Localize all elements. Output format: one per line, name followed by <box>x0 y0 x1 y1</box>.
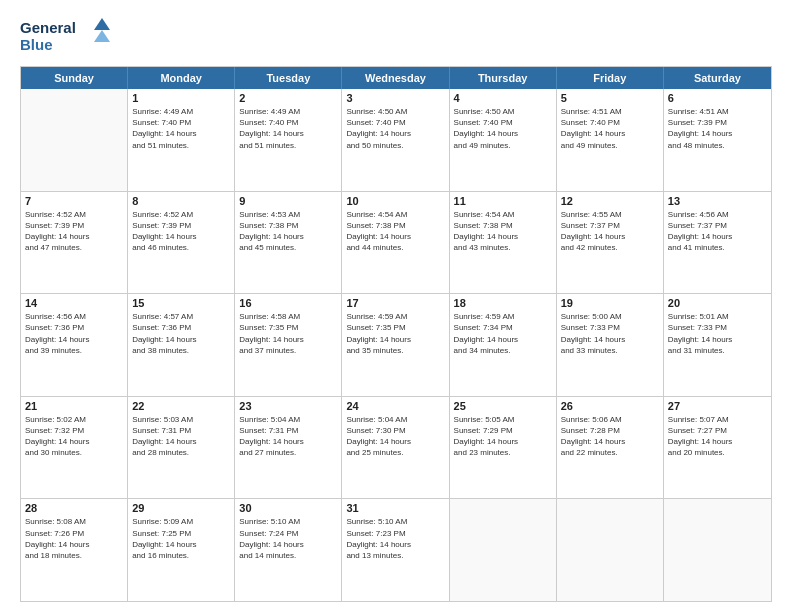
day-number: 25 <box>454 400 552 412</box>
day-number: 20 <box>668 297 767 309</box>
day-number: 30 <box>239 502 337 514</box>
calendar-cell: 17Sunrise: 4:59 AM Sunset: 7:35 PM Dayli… <box>342 294 449 396</box>
calendar-cell: 5Sunrise: 4:51 AM Sunset: 7:40 PM Daylig… <box>557 89 664 191</box>
day-info: Sunrise: 4:52 AM Sunset: 7:39 PM Dayligh… <box>25 209 123 254</box>
calendar-cell <box>450 499 557 601</box>
calendar-body: 1Sunrise: 4:49 AM Sunset: 7:40 PM Daylig… <box>21 89 771 601</box>
svg-text:General: General <box>20 19 76 36</box>
calendar-header-tuesday: Tuesday <box>235 67 342 89</box>
calendar-week-1: 1Sunrise: 4:49 AM Sunset: 7:40 PM Daylig… <box>21 89 771 191</box>
day-number: 2 <box>239 92 337 104</box>
calendar-cell: 26Sunrise: 5:06 AM Sunset: 7:28 PM Dayli… <box>557 397 664 499</box>
calendar-cell: 30Sunrise: 5:10 AM Sunset: 7:24 PM Dayli… <box>235 499 342 601</box>
day-number: 26 <box>561 400 659 412</box>
day-info: Sunrise: 5:03 AM Sunset: 7:31 PM Dayligh… <box>132 414 230 459</box>
day-info: Sunrise: 5:10 AM Sunset: 7:23 PM Dayligh… <box>346 516 444 561</box>
day-number: 14 <box>25 297 123 309</box>
calendar-cell: 3Sunrise: 4:50 AM Sunset: 7:40 PM Daylig… <box>342 89 449 191</box>
calendar-cell: 12Sunrise: 4:55 AM Sunset: 7:37 PM Dayli… <box>557 192 664 294</box>
day-info: Sunrise: 5:04 AM Sunset: 7:31 PM Dayligh… <box>239 414 337 459</box>
day-number: 16 <box>239 297 337 309</box>
calendar-cell: 16Sunrise: 4:58 AM Sunset: 7:35 PM Dayli… <box>235 294 342 396</box>
day-number: 7 <box>25 195 123 207</box>
day-number: 15 <box>132 297 230 309</box>
calendar-cell: 22Sunrise: 5:03 AM Sunset: 7:31 PM Dayli… <box>128 397 235 499</box>
day-info: Sunrise: 5:02 AM Sunset: 7:32 PM Dayligh… <box>25 414 123 459</box>
day-info: Sunrise: 4:59 AM Sunset: 7:34 PM Dayligh… <box>454 311 552 356</box>
day-number: 29 <box>132 502 230 514</box>
calendar-header-saturday: Saturday <box>664 67 771 89</box>
day-number: 8 <box>132 195 230 207</box>
day-info: Sunrise: 5:06 AM Sunset: 7:28 PM Dayligh… <box>561 414 659 459</box>
day-number: 5 <box>561 92 659 104</box>
day-number: 22 <box>132 400 230 412</box>
calendar-cell: 4Sunrise: 4:50 AM Sunset: 7:40 PM Daylig… <box>450 89 557 191</box>
day-info: Sunrise: 5:07 AM Sunset: 7:27 PM Dayligh… <box>668 414 767 459</box>
day-info: Sunrise: 5:04 AM Sunset: 7:30 PM Dayligh… <box>346 414 444 459</box>
day-info: Sunrise: 5:00 AM Sunset: 7:33 PM Dayligh… <box>561 311 659 356</box>
calendar-header-row: SundayMondayTuesdayWednesdayThursdayFrid… <box>21 67 771 89</box>
calendar-cell <box>557 499 664 601</box>
calendar-cell: 9Sunrise: 4:53 AM Sunset: 7:38 PM Daylig… <box>235 192 342 294</box>
logo: General Blue <box>20 16 115 58</box>
day-info: Sunrise: 4:49 AM Sunset: 7:40 PM Dayligh… <box>132 106 230 151</box>
day-number: 6 <box>668 92 767 104</box>
day-number: 18 <box>454 297 552 309</box>
calendar: SundayMondayTuesdayWednesdayThursdayFrid… <box>20 66 772 602</box>
calendar-cell: 21Sunrise: 5:02 AM Sunset: 7:32 PM Dayli… <box>21 397 128 499</box>
day-number: 10 <box>346 195 444 207</box>
day-info: Sunrise: 4:49 AM Sunset: 7:40 PM Dayligh… <box>239 106 337 151</box>
calendar-cell: 14Sunrise: 4:56 AM Sunset: 7:36 PM Dayli… <box>21 294 128 396</box>
day-info: Sunrise: 4:55 AM Sunset: 7:37 PM Dayligh… <box>561 209 659 254</box>
calendar-header-thursday: Thursday <box>450 67 557 89</box>
generalblue-logo: General Blue <box>20 16 115 58</box>
calendar-cell: 27Sunrise: 5:07 AM Sunset: 7:27 PM Dayli… <box>664 397 771 499</box>
day-number: 13 <box>668 195 767 207</box>
day-number: 27 <box>668 400 767 412</box>
calendar-cell: 7Sunrise: 4:52 AM Sunset: 7:39 PM Daylig… <box>21 192 128 294</box>
header: General Blue <box>20 16 772 58</box>
day-info: Sunrise: 4:57 AM Sunset: 7:36 PM Dayligh… <box>132 311 230 356</box>
calendar-cell: 31Sunrise: 5:10 AM Sunset: 7:23 PM Dayli… <box>342 499 449 601</box>
day-number: 11 <box>454 195 552 207</box>
day-number: 21 <box>25 400 123 412</box>
day-info: Sunrise: 5:01 AM Sunset: 7:33 PM Dayligh… <box>668 311 767 356</box>
day-info: Sunrise: 5:10 AM Sunset: 7:24 PM Dayligh… <box>239 516 337 561</box>
day-number: 24 <box>346 400 444 412</box>
day-number: 9 <box>239 195 337 207</box>
day-number: 23 <box>239 400 337 412</box>
day-number: 28 <box>25 502 123 514</box>
calendar-header-sunday: Sunday <box>21 67 128 89</box>
calendar-cell: 20Sunrise: 5:01 AM Sunset: 7:33 PM Dayli… <box>664 294 771 396</box>
calendar-cell: 8Sunrise: 4:52 AM Sunset: 7:39 PM Daylig… <box>128 192 235 294</box>
calendar-cell: 23Sunrise: 5:04 AM Sunset: 7:31 PM Dayli… <box>235 397 342 499</box>
day-info: Sunrise: 5:05 AM Sunset: 7:29 PM Dayligh… <box>454 414 552 459</box>
day-info: Sunrise: 4:50 AM Sunset: 7:40 PM Dayligh… <box>454 106 552 151</box>
day-info: Sunrise: 4:56 AM Sunset: 7:36 PM Dayligh… <box>25 311 123 356</box>
calendar-cell: 10Sunrise: 4:54 AM Sunset: 7:38 PM Dayli… <box>342 192 449 294</box>
day-info: Sunrise: 4:54 AM Sunset: 7:38 PM Dayligh… <box>454 209 552 254</box>
day-number: 17 <box>346 297 444 309</box>
day-info: Sunrise: 4:53 AM Sunset: 7:38 PM Dayligh… <box>239 209 337 254</box>
day-number: 19 <box>561 297 659 309</box>
svg-marker-3 <box>94 30 110 42</box>
calendar-cell <box>21 89 128 191</box>
calendar-cell: 24Sunrise: 5:04 AM Sunset: 7:30 PM Dayli… <box>342 397 449 499</box>
day-info: Sunrise: 4:56 AM Sunset: 7:37 PM Dayligh… <box>668 209 767 254</box>
calendar-cell: 29Sunrise: 5:09 AM Sunset: 7:25 PM Dayli… <box>128 499 235 601</box>
day-info: Sunrise: 5:09 AM Sunset: 7:25 PM Dayligh… <box>132 516 230 561</box>
day-info: Sunrise: 4:51 AM Sunset: 7:39 PM Dayligh… <box>668 106 767 151</box>
calendar-cell: 2Sunrise: 4:49 AM Sunset: 7:40 PM Daylig… <box>235 89 342 191</box>
page: General Blue SundayMondayTuesdayWednesda… <box>0 0 792 612</box>
day-info: Sunrise: 4:50 AM Sunset: 7:40 PM Dayligh… <box>346 106 444 151</box>
calendar-week-2: 7Sunrise: 4:52 AM Sunset: 7:39 PM Daylig… <box>21 191 771 294</box>
calendar-cell: 13Sunrise: 4:56 AM Sunset: 7:37 PM Dayli… <box>664 192 771 294</box>
calendar-week-3: 14Sunrise: 4:56 AM Sunset: 7:36 PM Dayli… <box>21 293 771 396</box>
day-number: 3 <box>346 92 444 104</box>
calendar-cell: 11Sunrise: 4:54 AM Sunset: 7:38 PM Dayli… <box>450 192 557 294</box>
calendar-cell <box>664 499 771 601</box>
day-info: Sunrise: 4:51 AM Sunset: 7:40 PM Dayligh… <box>561 106 659 151</box>
svg-text:Blue: Blue <box>20 36 53 53</box>
calendar-cell: 18Sunrise: 4:59 AM Sunset: 7:34 PM Dayli… <box>450 294 557 396</box>
day-number: 31 <box>346 502 444 514</box>
